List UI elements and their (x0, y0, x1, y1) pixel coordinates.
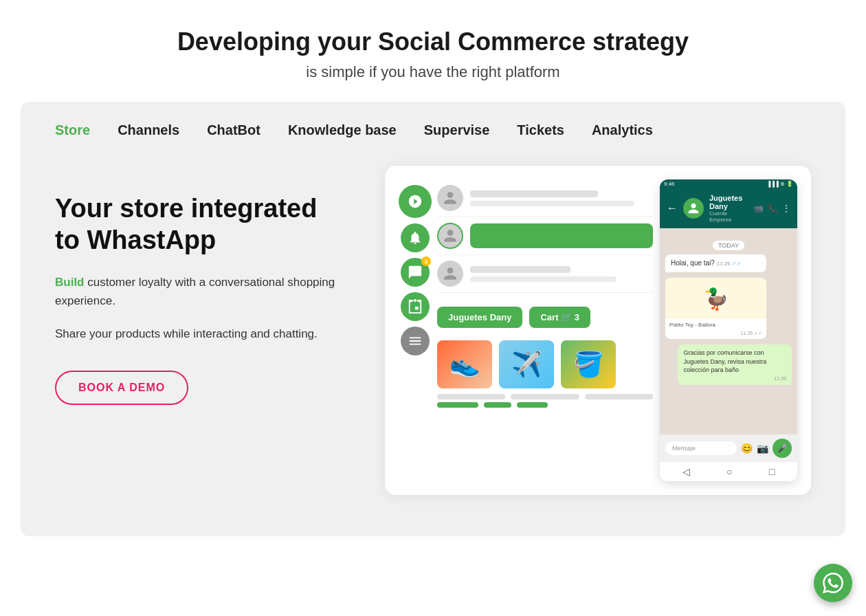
back-arrow-icon[interactable]: ← (667, 202, 678, 214)
product-bars-2 (437, 402, 653, 408)
chat-item-3[interactable] (437, 255, 653, 293)
chat-msg-bar (470, 201, 634, 206)
hero-header: Developing your Social Commerce strategy… (0, 0, 866, 102)
shop-bar: Juguetes Dany Cart 🛒 3 (437, 301, 653, 333)
nav-tabs: Store Channels ChatBot Knowledge base Su… (21, 102, 845, 152)
main-card: Store Channels ChatBot Knowledge base Su… (21, 102, 845, 536)
prod-bar-green-1 (437, 402, 478, 408)
chat-list: Juguetes Dany Cart 🛒 3 👟 ✈️ (437, 179, 653, 408)
phone-icon[interactable]: 📞 (768, 204, 778, 213)
prod-bar-green-3 (517, 402, 548, 408)
right-panel: 1 (385, 166, 811, 495)
chat-avatar-active (437, 223, 463, 249)
book-demo-button[interactable]: BOOK A DEMO (55, 371, 188, 405)
left-panel: Your store integrated to WhastApp Build … (55, 166, 344, 405)
wa-msg-time: 11:26 ✓✓ (717, 261, 742, 267)
chat-badge: 1 (421, 256, 431, 266)
video-call-icon[interactable]: 📹 (753, 204, 764, 213)
chat-item-active[interactable] (437, 217, 653, 255)
prod-bar-2 (511, 394, 579, 399)
wa-signal-icons: ▐▐▐ ⊛ 🔋 (767, 181, 793, 187)
shoe-emoji: 👟 (449, 350, 480, 379)
tab-chatbot[interactable]: ChatBot (207, 122, 260, 138)
prod-bar-3 (585, 394, 653, 399)
prod-bar-green-2 (484, 402, 511, 408)
chat-list-panel: 1 (399, 179, 653, 408)
whatsapp-float-button[interactable] (814, 564, 852, 602)
whatsapp-panel: 9:46 ▐▐▐ ⊛ 🔋 ← Juguetes Dany Cuenta Empr… (660, 179, 797, 481)
tab-tickets[interactable]: Tickets (517, 122, 564, 138)
chat-name-bar (470, 190, 598, 197)
wa-chat-body: TODAY Holai, que tai? 11:26 ✓✓ (660, 228, 797, 434)
product-plane[interactable]: ✈️ (499, 340, 554, 388)
mic-button[interactable]: 🎤 (773, 439, 792, 458)
wa-msg-text: Holai, que tai? 11:26 ✓✓ (671, 258, 761, 268)
duck-emoji: 🦆 (703, 287, 729, 311)
page-subtitle: is simple if you have the right platform (14, 63, 852, 81)
wa-date-badge: TODAY (665, 238, 792, 250)
chat-info-3 (470, 266, 653, 282)
shop-name-button[interactable]: Juguetes Dany (437, 307, 522, 328)
nav-recent-icon[interactable]: □ (769, 466, 775, 477)
chat-name-bar-3 (470, 266, 570, 273)
wa-message-input[interactable]: Mensaje (665, 441, 737, 455)
more-icon[interactable]: ⋮ (782, 204, 790, 213)
tab-channels[interactable]: Channels (118, 122, 179, 138)
wa-greeting-msg: Holai, que tai? 11:26 ✓✓ (665, 254, 766, 272)
title-line1: Developing your Social Commerce strategy (177, 28, 689, 56)
store-heading: Your store integrated to WhastApp (55, 193, 344, 256)
tab-analytics[interactable]: Analytics (592, 122, 653, 138)
chat-info (470, 190, 653, 206)
products-icon[interactable] (401, 292, 430, 321)
cart-button[interactable]: Cart 🛒 3 (529, 307, 590, 328)
tab-supervise[interactable]: Supervise (424, 122, 490, 138)
mockup-wrapper: 1 (399, 179, 797, 481)
bucket-emoji: 🪣 (573, 350, 604, 379)
menu-icon[interactable] (401, 327, 430, 355)
product-grid: 👟 ✈️ 🪣 (437, 340, 653, 388)
nav-back-icon[interactable]: ◁ (682, 466, 690, 477)
page-title: Developing your Social Commerce strategy (14, 28, 852, 56)
chat-avatar (437, 185, 463, 211)
today-label: TODAY (713, 241, 744, 250)
wa-reply-text: Gracias por comunicarse con Juguetes Dan… (683, 349, 786, 375)
chat-avatar-3 (437, 261, 463, 287)
wa-bottom-nav: ◁ ○ □ (660, 462, 797, 481)
tab-knowledge-base[interactable]: Knowledge base (288, 122, 397, 138)
emoji-icon[interactable]: 😊 (741, 443, 753, 454)
wa-product-time: 11:26 ✓✓ (665, 331, 766, 339)
sidebar-icons: 1 (399, 179, 432, 408)
store-desc-2: Share your products while interacting an… (55, 324, 344, 343)
wa-header: ← Juguetes Dany Cuenta Empresa 📹 📞 ⋮ (660, 188, 797, 228)
prod-bar-1 (437, 394, 505, 399)
plane-emoji: ✈️ (511, 350, 542, 379)
wa-contact-avatar (683, 198, 704, 219)
chat-item[interactable] (437, 179, 653, 217)
wa-product-name: Patito Toy - Ballora (665, 319, 766, 331)
mic-icon: 🎤 (777, 443, 788, 453)
wa-reply-message: Gracias por comunicarse con Juguetes Dan… (678, 344, 792, 385)
wa-reply-time: 11:26 (683, 376, 786, 381)
chat-icon[interactable]: 1 (401, 258, 430, 287)
active-chat-bar (470, 223, 653, 248)
camera-icon[interactable]: 📷 (757, 443, 768, 454)
wa-product-card: 🦆 Patito Toy - Ballora 11:26 ✓✓ (665, 278, 766, 339)
nav-home-icon[interactable]: ○ (726, 466, 732, 477)
product-bars (437, 394, 653, 399)
message-placeholder: Mensaje (672, 445, 696, 452)
tab-store[interactable]: Store (55, 122, 90, 138)
wa-contact-name: Juguetes Dany (709, 194, 748, 210)
desc-1-text: customer loyalty with a conversational s… (55, 276, 335, 307)
logo-icon (399, 185, 432, 218)
store-desc-1: Build customer loyalty with a conversati… (55, 273, 344, 310)
wa-time: 9:46 (664, 181, 675, 187)
wa-status-bar: 9:46 ▐▐▐ ⊛ 🔋 (660, 179, 797, 188)
notifications-icon[interactable] (401, 223, 430, 252)
wa-contact-info: Juguetes Dany Cuenta Empresa (709, 194, 748, 223)
wa-action-icons: 📹 📞 ⋮ (753, 204, 790, 213)
wa-contact-sub: Cuenta Empresa (709, 210, 748, 223)
product-shoe[interactable]: 👟 (437, 340, 492, 388)
chat-sidebar: 1 (399, 179, 653, 408)
product-bucket[interactable]: 🪣 (561, 340, 616, 388)
wa-product-image: 🦆 (665, 278, 766, 319)
